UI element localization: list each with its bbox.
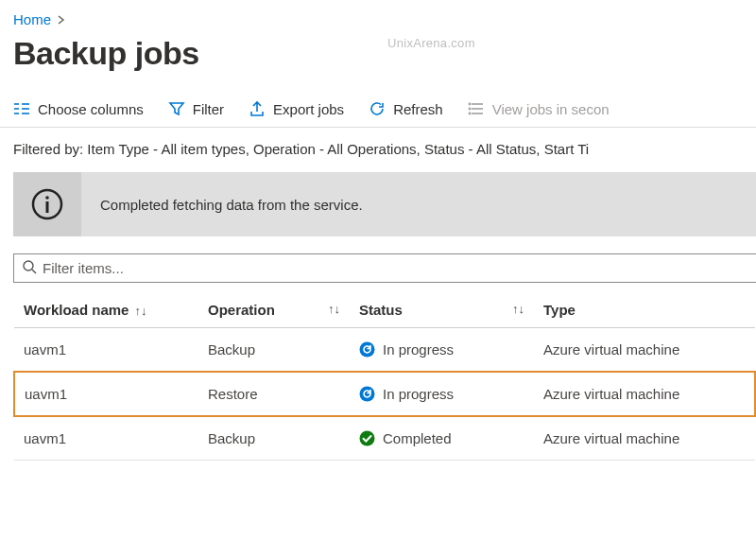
col-workload[interactable]: Workload name↑↓ (14, 290, 198, 328)
export-icon (249, 100, 266, 117)
refresh-label: Refresh (393, 101, 443, 117)
export-label: Export jobs (273, 101, 344, 117)
toolbar: Choose columns Filter Export jobs Refres… (0, 93, 756, 128)
view-secondary-label: View jobs in secon (492, 101, 610, 117)
cell-type: Azure virtual machine (534, 328, 755, 373)
cell-operation: Backup (198, 416, 350, 461)
choose-columns-label: Choose columns (38, 101, 144, 117)
col-operation[interactable]: Operation↑↓ (198, 290, 350, 328)
watermark: UnixArena.com (387, 36, 475, 50)
cell-operation: Restore (198, 372, 350, 416)
svg-point-10 (469, 108, 470, 109)
page-title: Backup jobs (0, 31, 756, 93)
cell-status: In progress (350, 328, 534, 373)
cell-type: Azure virtual machine (534, 416, 755, 461)
sort-icon: ↑↓ (328, 302, 340, 316)
info-icon (13, 172, 81, 236)
cell-status: In progress (350, 372, 534, 416)
in-progress-icon (359, 341, 375, 357)
table-row[interactable]: uavm1RestoreIn progressAzure virtual mac… (14, 372, 755, 416)
filter-label: Filter (193, 101, 224, 117)
breadcrumb-home[interactable]: Home (13, 11, 51, 27)
info-message: Completed fetching data from the service… (100, 197, 363, 213)
refresh-button[interactable]: Refresh (369, 100, 443, 117)
cell-status: Completed (350, 416, 534, 461)
success-icon (359, 430, 375, 446)
col-status[interactable]: Status↑↓ (350, 290, 534, 328)
search-icon (22, 259, 37, 277)
sort-icon: ↑↓ (134, 304, 146, 318)
search-input[interactable] (43, 260, 748, 276)
col-type[interactable]: Type (534, 290, 755, 328)
cell-type: Azure virtual machine (534, 372, 755, 416)
cell-workload: uavm1 (14, 372, 198, 416)
view-secondary-button: View jobs in secon (468, 100, 610, 117)
cell-workload: uavm1 (14, 416, 198, 461)
svg-rect-14 (46, 201, 49, 213)
in-progress-icon (359, 386, 375, 402)
svg-point-9 (469, 103, 470, 104)
svg-point-13 (45, 196, 49, 200)
filter-summary: Filtered by: Item Type - All item types,… (0, 128, 756, 172)
svg-line-16 (32, 270, 36, 273)
svg-point-15 (24, 261, 33, 270)
cell-operation: Backup (198, 328, 350, 373)
filter-button[interactable]: Filter (168, 100, 224, 117)
search-box[interactable] (13, 253, 756, 283)
chevron-right-icon (57, 12, 66, 27)
breadcrumb: Home (0, 0, 756, 31)
columns-icon (13, 100, 30, 117)
cell-workload: uavm1 (14, 328, 198, 373)
choose-columns-button[interactable]: Choose columns (13, 100, 144, 117)
info-bar: Completed fetching data from the service… (13, 172, 756, 236)
list-icon (468, 100, 485, 117)
refresh-icon (369, 100, 386, 117)
table-row[interactable]: uavm1BackupIn progressAzure virtual mach… (14, 328, 755, 373)
jobs-table: Workload name↑↓ Operation↑↓ Status↑↓ Typ… (13, 290, 756, 461)
table-row[interactable]: uavm1BackupCompletedAzure virtual machin… (14, 416, 755, 461)
sort-icon: ↑↓ (512, 302, 524, 316)
svg-point-11 (469, 113, 470, 113)
export-button[interactable]: Export jobs (249, 100, 344, 117)
filter-icon (168, 100, 185, 117)
